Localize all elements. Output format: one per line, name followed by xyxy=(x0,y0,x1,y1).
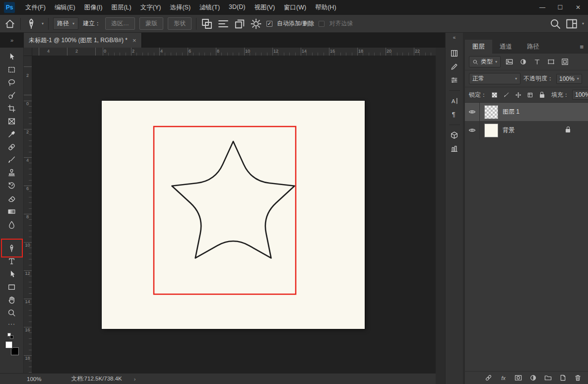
menu-item-6[interactable]: 滤镜(T) xyxy=(195,1,224,14)
panel-menu-icon[interactable]: ≡ xyxy=(580,43,584,51)
toolbar-collapse-icon[interactable]: » xyxy=(0,33,24,48)
menu-item-9[interactable]: 窗口(W) xyxy=(279,1,311,14)
visibility-eye-icon[interactable] xyxy=(465,121,480,139)
search-icon[interactable] xyxy=(549,18,561,30)
minimize-button[interactable]: — xyxy=(533,0,551,15)
layer-name[interactable]: 图层 1 xyxy=(503,108,520,116)
history-brush-tool[interactable] xyxy=(4,179,19,192)
3d-panel-icon[interactable] xyxy=(448,128,461,142)
layer-thumbnail[interactable] xyxy=(484,124,498,137)
link-layers-icon[interactable] xyxy=(484,374,493,382)
filter-shape-layers-icon[interactable] xyxy=(545,57,556,67)
menu-item-1[interactable]: 编辑(E) xyxy=(50,1,80,14)
make-mask-button[interactable]: 蒙版 xyxy=(139,17,163,30)
glyphs-panel-icon[interactable]: A xyxy=(448,94,461,108)
menu-item-0[interactable]: 文件(F) xyxy=(21,1,50,14)
path-alignment-icon[interactable] xyxy=(217,18,229,30)
opacity-dropdown[interactable]: 100% ▾ xyxy=(556,74,582,84)
menu-item-10[interactable]: 帮助(H) xyxy=(311,1,340,14)
layer-style-fx-icon[interactable]: fx xyxy=(499,374,508,382)
filter-type-layers-icon[interactable] xyxy=(531,57,542,67)
eyedropper-tool[interactable] xyxy=(4,128,19,140)
document-tab[interactable]: 未标题-1 @ 100% (图层 1, RGB/8#) * × xyxy=(24,33,142,48)
tab-paths[interactable]: 路径 xyxy=(520,40,547,54)
gradient-tool[interactable] xyxy=(4,205,19,218)
brushes-panel-icon[interactable] xyxy=(448,60,461,73)
edit-toolbar-ellipsis-icon[interactable]: ··· xyxy=(4,319,19,329)
filter-type-dropdown[interactable]: 类型 ▾ xyxy=(469,56,501,67)
path-arrangement-icon[interactable] xyxy=(234,18,246,30)
layer-row-layer1[interactable]: 图层 1 xyxy=(465,103,588,121)
path-selection-tool[interactable] xyxy=(4,267,19,280)
lock-artboard-icon[interactable] xyxy=(525,90,534,99)
menu-item-2[interactable]: 图像(I) xyxy=(80,1,107,14)
new-layer-icon[interactable] xyxy=(559,374,567,382)
menu-item-3[interactable]: 图层(L) xyxy=(107,1,135,14)
lasso-tool[interactable] xyxy=(4,76,19,89)
align-edges-checkbox[interactable] xyxy=(319,21,325,27)
color-swatches xyxy=(4,341,19,358)
clone-stamp-tool[interactable] xyxy=(4,166,19,179)
crop-tool[interactable] xyxy=(4,102,19,115)
hand-tool[interactable] xyxy=(4,293,19,306)
zoom-tool[interactable] xyxy=(4,306,19,319)
menu-item-7[interactable]: 3D(D) xyxy=(224,1,250,14)
new-group-folder-icon[interactable] xyxy=(544,374,552,382)
frame-tool[interactable] xyxy=(4,115,19,128)
workspace-switcher-icon[interactable] xyxy=(566,18,578,30)
panel-collapse-icon[interactable]: « xyxy=(453,35,456,43)
layer-row-background[interactable]: 背景 xyxy=(465,121,588,139)
canvas-viewport[interactable] xyxy=(32,56,436,373)
brush-tool[interactable] xyxy=(4,153,19,166)
type-tool[interactable] xyxy=(4,255,19,267)
filter-adjustment-layers-icon[interactable] xyxy=(518,57,528,67)
zoom-level-field[interactable]: 100% xyxy=(27,376,41,382)
lock-position-icon[interactable] xyxy=(514,90,523,99)
maximize-button[interactable]: ☐ xyxy=(551,0,569,15)
tab-channels[interactable]: 通道 xyxy=(492,40,520,54)
status-options-chevron-icon[interactable]: › xyxy=(134,376,136,382)
path-operations-icon[interactable] xyxy=(201,18,213,30)
lock-pixels-icon[interactable] xyxy=(502,90,511,99)
layer-thumbnail[interactable] xyxy=(484,105,498,119)
fill-dropdown[interactable]: 100% ▾ xyxy=(572,90,588,100)
adjustment-layer-icon[interactable] xyxy=(529,374,537,382)
close-button[interactable]: ✕ xyxy=(569,0,587,15)
blend-mode-dropdown[interactable]: 正常 ▾ xyxy=(469,73,521,84)
rectangle-shape-tool[interactable] xyxy=(4,280,19,293)
lock-all-icon[interactable] xyxy=(537,90,546,99)
foreground-color-swatch[interactable] xyxy=(5,341,13,349)
paragraph-panel-icon[interactable]: ¶ xyxy=(448,108,461,121)
tab-close-icon[interactable]: × xyxy=(132,37,136,44)
make-shape-button[interactable]: 形状 xyxy=(168,17,192,30)
tab-layers[interactable]: 图层 xyxy=(465,40,492,54)
lock-transparency-icon[interactable] xyxy=(490,90,499,99)
layer-name[interactable]: 背景 xyxy=(503,126,515,134)
delete-layer-trash-icon[interactable] xyxy=(574,374,582,382)
menu-item-8[interactable]: 视图(V) xyxy=(250,1,279,14)
tool-mode-dropdown[interactable]: 路径 ▾ xyxy=(53,17,78,30)
home-icon[interactable] xyxy=(4,18,16,30)
default-colors-icon[interactable] xyxy=(7,333,16,339)
eraser-tool[interactable] xyxy=(4,192,19,205)
tool-preset-pen-icon[interactable] xyxy=(25,18,37,30)
filter-smart-objects-icon[interactable] xyxy=(559,57,570,67)
pen-settings-gear-icon[interactable] xyxy=(250,18,262,30)
pen-tool[interactable] xyxy=(4,242,19,255)
add-layer-mask-icon[interactable] xyxy=(514,374,523,382)
filter-pixel-layers-icon[interactable] xyxy=(504,57,515,67)
move-tool[interactable] xyxy=(4,50,19,63)
blur-tool[interactable] xyxy=(4,218,19,231)
quick-selection-tool[interactable] xyxy=(4,89,19,102)
spot-healing-brush-tool[interactable] xyxy=(4,140,19,153)
make-selection-button[interactable]: 选区… xyxy=(105,17,135,30)
menu-item-5[interactable]: 选择(S) xyxy=(165,1,195,14)
auto-add-delete-checkbox[interactable]: ✓ xyxy=(266,21,272,27)
visibility-eye-icon[interactable] xyxy=(465,103,480,121)
document-canvas[interactable] xyxy=(102,101,365,329)
adjustments-panel-icon[interactable] xyxy=(448,73,461,87)
libraries-panel-icon[interactable] xyxy=(448,142,461,155)
color-panel-icon[interactable] xyxy=(448,47,461,60)
rectangular-marquee-tool[interactable] xyxy=(4,63,19,76)
menu-item-4[interactable]: 文字(Y) xyxy=(136,1,166,14)
